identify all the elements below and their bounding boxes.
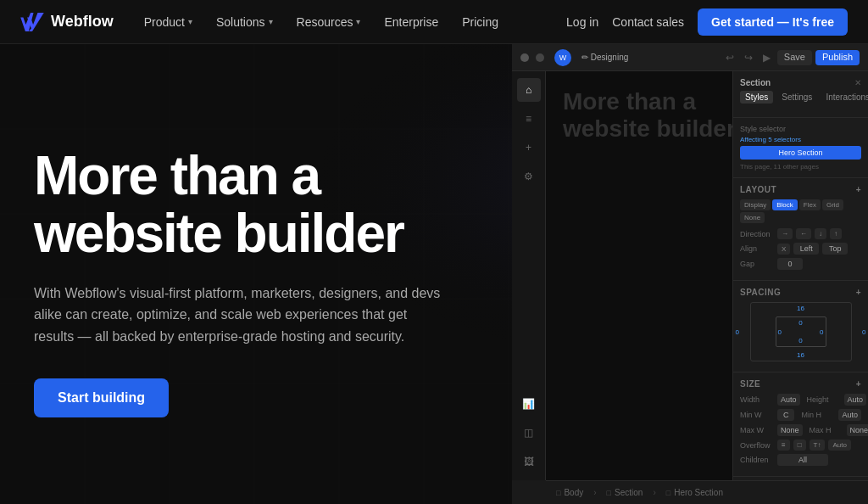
dir-up-btn[interactable]: ↑ bbox=[830, 228, 842, 239]
padding-top-value: 0 bbox=[798, 319, 802, 327]
tab-styles[interactable]: Styles bbox=[740, 91, 773, 104]
components-icon-btn[interactable]: ◫ bbox=[517, 421, 541, 445]
tab-settings[interactable]: Settings bbox=[776, 91, 817, 104]
panel-spacing: Spacing + 16 16 0 0 0 0 0 0 bbox=[733, 281, 868, 372]
panel-style-selector: Style selector Affecting 5 selectors Her… bbox=[733, 118, 868, 178]
save-button[interactable]: Save bbox=[777, 50, 812, 65]
min-w-label: Min W bbox=[740, 411, 774, 419]
statusbar-section[interactable]: □ Section bbox=[607, 488, 643, 497]
direction-label: Direction bbox=[740, 230, 774, 238]
overflow-x-btn[interactable]: T↑ bbox=[810, 440, 826, 451]
spacing-outer-area: 16 16 0 0 0 0 0 0 bbox=[751, 303, 851, 361]
section-label: Section bbox=[740, 78, 771, 87]
chevron-down-icon: ▾ bbox=[269, 17, 273, 26]
children-row: Children All bbox=[740, 454, 861, 466]
close-panel-icon[interactable]: ✕ bbox=[854, 78, 861, 87]
flex-btn[interactable]: Flex bbox=[799, 199, 821, 210]
dir-left-btn[interactable]: → bbox=[777, 228, 793, 239]
statusbar-separator-1: › bbox=[593, 488, 596, 497]
publish-button[interactable]: Publish bbox=[815, 50, 860, 65]
size-section-header: Size + bbox=[740, 379, 861, 389]
min-h-label: Min H bbox=[801, 411, 835, 419]
nav-right: Log in Contact sales Get started — It's … bbox=[566, 8, 848, 36]
none-btn[interactable]: None bbox=[740, 212, 765, 223]
nav-link-pricing[interactable]: Pricing bbox=[452, 10, 509, 34]
spacing-section-header: Spacing + bbox=[740, 288, 861, 297]
width-label: Width bbox=[740, 395, 774, 404]
display-btn[interactable]: Display bbox=[740, 199, 771, 210]
nav-link-resources[interactable]: Resources ▾ bbox=[287, 10, 371, 34]
undo-button[interactable]: ↩ bbox=[722, 50, 737, 65]
statusbar-hero-section[interactable]: □ Hero Section bbox=[666, 488, 723, 497]
statusbar-separator-2: › bbox=[653, 488, 655, 497]
designing-mode-indicator: ✏ Designing bbox=[581, 53, 628, 62]
assets-icon-btn[interactable]: 🖼 bbox=[517, 450, 541, 473]
dir-down-btn[interactable]: ↓ bbox=[815, 228, 826, 239]
max-h-label: Max H bbox=[810, 426, 843, 434]
nav-logo[interactable]: Webflow bbox=[20, 13, 114, 31]
max-h-value: None bbox=[847, 424, 868, 436]
hero-title: More than a website builder bbox=[34, 148, 458, 261]
hero-cta-button[interactable]: Start building bbox=[34, 378, 169, 417]
layers-icon-btn[interactable]: ≡ bbox=[517, 107, 541, 131]
overflow-hide-btn[interactable]: □ bbox=[793, 440, 806, 451]
designer-right-panel: Section ✕ Styles Settings Interactions S… bbox=[732, 71, 868, 480]
nav-logo-text: Webflow bbox=[51, 13, 114, 31]
nav-login-link[interactable]: Log in bbox=[566, 15, 598, 29]
statusbar-hero-label: Hero Section bbox=[674, 488, 723, 497]
size-expand-icon[interactable]: + bbox=[856, 379, 861, 389]
layout-section-header: Layout + bbox=[740, 185, 861, 194]
min-w-row: Min W C Min H Auto bbox=[740, 409, 861, 421]
tab-interactions[interactable]: Interactions bbox=[821, 91, 868, 104]
nav-contact-link[interactable]: Contact sales bbox=[612, 15, 684, 29]
max-w-row: Max W None Max H None bbox=[740, 424, 861, 436]
nav-link-enterprise[interactable]: Enterprise bbox=[374, 10, 448, 34]
overflow-auto-btn[interactable]: Auto bbox=[828, 440, 850, 451]
nav-link-product[interactable]: Product ▾ bbox=[134, 10, 203, 34]
grid-btn[interactable]: Grid bbox=[822, 199, 843, 210]
margin-top-value: 16 bbox=[797, 305, 804, 312]
designer-statusbar: □ Body › □ Section › □ Hero Section bbox=[546, 480, 868, 504]
margin-left-value: 0 bbox=[736, 328, 739, 336]
topbar-dot-2 bbox=[536, 53, 544, 62]
panel-tabs: Styles Settings Interactions bbox=[740, 91, 861, 104]
analytics-icon-btn[interactable]: 📊 bbox=[517, 392, 541, 416]
direction-row: Direction → ← ↓ ↑ bbox=[740, 228, 861, 239]
gap-label: Gap bbox=[740, 260, 774, 268]
topbar-dot bbox=[520, 53, 529, 62]
padding-left-value: 0 bbox=[778, 328, 782, 336]
chevron-down-icon: ▾ bbox=[188, 17, 192, 26]
avatar: W bbox=[554, 49, 571, 66]
selector-name-box[interactable]: Hero Section bbox=[740, 146, 861, 160]
dir-right-btn[interactable]: ← bbox=[796, 228, 811, 239]
padding-right-value: 0 bbox=[820, 328, 823, 336]
statusbar-body[interactable]: □ Body bbox=[556, 488, 583, 497]
chevron-down-icon: ▾ bbox=[356, 17, 360, 26]
redo-button[interactable]: ↪ bbox=[741, 50, 756, 65]
hero-section-checkbox-icon: □ bbox=[666, 489, 670, 497]
designer-left-icons: ⌂ ≡ + ⚙ 📊 ◫ 🖼 bbox=[512, 71, 546, 480]
spacing-expand-icon[interactable]: + bbox=[856, 288, 861, 297]
children-label: Children bbox=[740, 456, 774, 464]
nav-link-solutions[interactable]: Solutions ▾ bbox=[206, 10, 283, 34]
overflow-scroll-btn[interactable]: ≡ bbox=[777, 440, 790, 451]
add-icon-btn[interactable]: + bbox=[517, 136, 541, 160]
webflow-logo-icon bbox=[20, 13, 44, 31]
layout-expand-icon[interactable]: + bbox=[856, 185, 861, 194]
block-btn[interactable]: Block bbox=[772, 199, 798, 210]
nav-cta-button[interactable]: Get started — It's free bbox=[698, 8, 848, 36]
spacing-visual: 16 16 0 0 0 0 0 0 bbox=[750, 302, 852, 361]
home-icon-btn[interactable]: ⌂ bbox=[517, 78, 541, 102]
body-checkbox-icon: □ bbox=[556, 489, 560, 497]
nav-links: Product ▾ Solutions ▾ Resources ▾ Enterp… bbox=[134, 10, 566, 34]
play-button[interactable]: ▶ bbox=[760, 50, 774, 65]
style-selector-label: Style selector bbox=[740, 125, 861, 133]
align-x-btn[interactable]: X bbox=[777, 244, 790, 255]
height-value: Auto bbox=[844, 394, 867, 406]
max-w-value: None bbox=[777, 424, 803, 436]
align-label: Align bbox=[740, 244, 774, 253]
affecting-hint: Affecting 5 selectors bbox=[740, 136, 861, 143]
panel-section-header-area: Section ✕ Styles Settings Interactions bbox=[733, 71, 868, 118]
settings-icon-btn[interactable]: ⚙ bbox=[517, 165, 541, 188]
gap-value: 0 bbox=[777, 258, 803, 270]
